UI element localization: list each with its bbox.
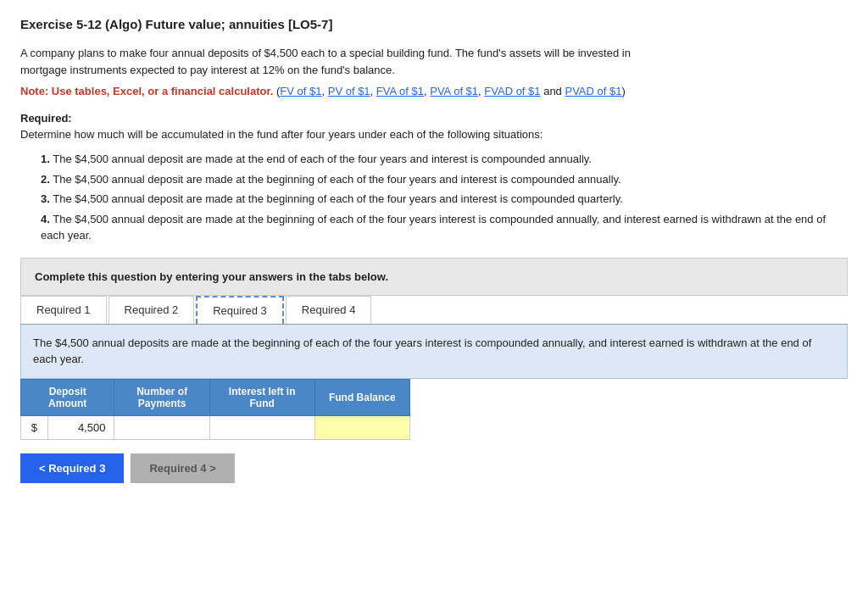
note-bold-text: Note: Use tables, Excel, or a financial … bbox=[20, 85, 273, 97]
page-title: Exercise 5-12 (Algo) Future value; annui… bbox=[20, 17, 848, 31]
interest-fund-cell[interactable] bbox=[209, 415, 314, 439]
num-payments-cell[interactable] bbox=[114, 415, 209, 439]
list-item-2: 2. The $4,500 annual deposit are made at… bbox=[41, 171, 848, 188]
col-header-interest-fund: Interest left in Fund bbox=[209, 379, 314, 415]
tab-required4[interactable]: Required 4 bbox=[286, 296, 372, 324]
tab-required2[interactable]: Required 2 bbox=[108, 296, 195, 324]
navigation-buttons: < Required 3 Required 4 > bbox=[20, 453, 848, 483]
tab-required3[interactable]: Required 3 bbox=[196, 296, 284, 324]
complete-box: Complete this question by entering your … bbox=[20, 258, 848, 296]
deposit-amount-cell: 4,500 bbox=[47, 415, 114, 439]
col-header-num-payments: Number of Payments bbox=[114, 379, 209, 415]
col-header-deposit: Deposit Amount bbox=[21, 379, 114, 415]
fund-balance-input[interactable] bbox=[324, 421, 401, 434]
dollar-sign-cell: $ bbox=[21, 415, 48, 439]
intro-line2: mortgage instruments expected to pay int… bbox=[20, 64, 395, 76]
tabs-bar: Required 1 Required 2 Required 3 Require… bbox=[20, 296, 848, 325]
data-table-section: Deposit Amount Number of Payments Intere… bbox=[20, 379, 848, 440]
required4-button[interactable]: Required 4 > bbox=[131, 453, 234, 483]
num-payments-input[interactable] bbox=[123, 421, 200, 434]
col-header-fund-balance: Fund Balance bbox=[314, 379, 409, 415]
tab-content-description: The $4,500 annual deposits are made at t… bbox=[20, 325, 848, 379]
link-pvad[interactable]: PVAD of $1 bbox=[565, 85, 621, 97]
required3-button[interactable]: < Required 3 bbox=[20, 453, 124, 483]
link-fv[interactable]: FV of $1 bbox=[280, 85, 321, 97]
situation-list: 1. The $4,500 annual deposit are made at… bbox=[41, 151, 848, 244]
link-pv[interactable]: PV of $1 bbox=[328, 85, 370, 97]
link-fva[interactable]: FVA of $1 bbox=[376, 85, 424, 97]
link-pva[interactable]: PVA of $1 bbox=[430, 85, 478, 97]
tab-required1[interactable]: Required 1 bbox=[20, 296, 107, 324]
annuity-table: Deposit Amount Number of Payments Intere… bbox=[20, 379, 410, 440]
interest-fund-input[interactable] bbox=[219, 421, 306, 434]
fund-balance-cell[interactable] bbox=[314, 415, 409, 439]
determine-text: Determine how much will be accumulated i… bbox=[20, 126, 848, 143]
required-heading: Required: bbox=[20, 112, 848, 125]
intro-paragraph: A company plans to make four annual depo… bbox=[20, 45, 848, 78]
note-line: Note: Use tables, Excel, or a financial … bbox=[20, 83, 848, 100]
list-item-1: 1. The $4,500 annual deposit are made at… bbox=[41, 151, 848, 168]
table-row: $ 4,500 bbox=[21, 415, 410, 439]
list-item-3: 3. The $4,500 annual deposit are made at… bbox=[41, 191, 848, 208]
list-item-4: 4. The $4,500 annual deposit are made at… bbox=[41, 211, 848, 244]
intro-line1: A company plans to make four annual depo… bbox=[20, 47, 631, 59]
link-fvad[interactable]: FVAD of $1 bbox=[484, 85, 540, 97]
